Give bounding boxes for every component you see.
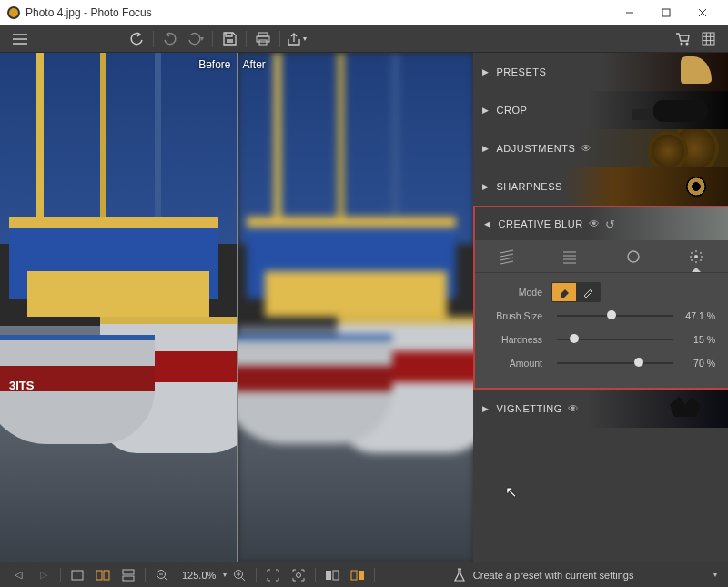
eye-icon[interactable]: 👁 [581, 142, 592, 155]
reset-icon[interactable]: ↺ [605, 218, 616, 231]
svg-line-17 [500, 250, 513, 253]
zoom-value[interactable]: 125.0% [175, 570, 223, 581]
mode-erase-button[interactable] [552, 283, 576, 301]
brush-size-slider[interactable] [557, 315, 673, 317]
svg-line-19 [500, 258, 513, 260]
blur-tab-radial[interactable] [602, 240, 665, 272]
view-split-h-button[interactable] [116, 564, 141, 586]
create-preset-button[interactable]: Create a preset with current settings [379, 568, 708, 582]
svg-rect-48 [326, 571, 331, 580]
compare-toggle-button[interactable] [319, 564, 345, 586]
create-preset-label: Create a preset with current settings [473, 570, 634, 581]
amount-value: 70 % [679, 358, 715, 369]
blur-tab-manual[interactable] [665, 240, 729, 272]
hardness-label: Hardness [488, 334, 542, 345]
next-image-button[interactable]: ▷ [31, 564, 56, 586]
svg-rect-8 [257, 36, 269, 42]
zoom-out-button[interactable] [149, 564, 175, 586]
maximize-button[interactable] [648, 0, 684, 25]
blur-tab-linear[interactable] [539, 240, 602, 272]
mode-label: Mode [488, 287, 542, 298]
svg-point-25 [628, 251, 639, 262]
prev-image-button[interactable]: ◁ [5, 564, 31, 586]
save-button[interactable] [217, 26, 242, 52]
svg-point-47 [297, 572, 301, 577]
svg-rect-36 [96, 571, 102, 580]
svg-point-27 [691, 252, 693, 254]
amount-label: Amount [488, 358, 542, 369]
zoom-fit-button[interactable] [260, 564, 286, 586]
panel-label: CREATIVE BLUR [499, 218, 583, 229]
after-label: After [243, 58, 266, 71]
zoom-actual-button[interactable] [286, 564, 311, 586]
svg-point-31 [695, 250, 697, 252]
svg-line-41 [165, 577, 168, 581]
hardness-value: 15 % [679, 334, 715, 345]
svg-line-20 [500, 261, 513, 264]
undo-button[interactable] [124, 26, 149, 52]
after-pane: After [237, 53, 474, 562]
view-split-v-button[interactable] [90, 564, 116, 586]
chevron-right-icon: ▶ [482, 67, 490, 76]
chevron-right-icon: ▶ [482, 144, 490, 153]
svg-point-33 [690, 256, 692, 258]
panel-vignetting[interactable]: ▶VIGNETTING👁 [473, 390, 728, 428]
svg-rect-38 [123, 570, 134, 574]
panel-adjustments[interactable]: ▶ADJUSTMENTS👁 [473, 129, 728, 167]
eye-icon[interactable]: 👁 [589, 218, 601, 230]
svg-rect-1 [662, 9, 670, 16]
zoom-in-button[interactable] [227, 564, 252, 586]
svg-point-34 [701, 256, 703, 258]
brush-size-value: 47.1 % [679, 310, 715, 321]
svg-rect-35 [72, 571, 83, 580]
before-pane: 3ITS Before [0, 53, 237, 562]
blur-tabs [475, 240, 728, 273]
before-label: Before [198, 58, 230, 71]
chevron-right-icon: ▶ [482, 404, 490, 413]
statusbar: ◁ ▷ 125.0%▾ Create a preset with current… [0, 562, 728, 587]
svg-point-26 [694, 255, 698, 258]
svg-rect-39 [123, 576, 134, 581]
eye-icon[interactable]: 👁 [568, 402, 580, 415]
hardness-slider[interactable] [557, 339, 673, 340]
compare-swap-button[interactable] [345, 564, 370, 586]
mode-brush-button[interactable] [576, 283, 600, 301]
blur-tab-tilt[interactable] [475, 240, 539, 272]
chevron-down-icon: ◀ [484, 219, 491, 228]
amount-slider[interactable] [557, 362, 673, 364]
menu-button[interactable] [7, 26, 33, 52]
top-toolbar: ▾ ▾ [0, 25, 728, 53]
panel-creative-blur: ◀CREATIVE BLUR👁↺ Mode Brush Size [473, 206, 728, 390]
view-single-button[interactable] [65, 564, 90, 586]
cart-button[interactable] [670, 26, 695, 52]
svg-line-18 [500, 254, 513, 257]
svg-rect-50 [351, 571, 357, 580]
svg-point-29 [691, 259, 693, 261]
panel-blur-header[interactable]: ◀CREATIVE BLUR👁↺ [475, 207, 728, 240]
close-button[interactable] [684, 0, 721, 25]
canvas[interactable]: 3ITS Before After [0, 53, 473, 562]
panel-label: VIGNETTING [497, 403, 562, 414]
svg-rect-37 [104, 571, 109, 580]
history-button[interactable]: ▾ [183, 26, 208, 52]
panel-label: CROP [497, 105, 528, 116]
svg-point-10 [681, 43, 683, 46]
svg-point-28 [700, 252, 702, 254]
svg-line-44 [242, 577, 246, 581]
grid-button[interactable] [695, 26, 721, 52]
svg-point-32 [695, 261, 697, 263]
minimize-button[interactable] [612, 0, 648, 25]
svg-rect-12 [703, 33, 714, 45]
panel-label: SHARPNESS [497, 181, 562, 192]
panel-sharpness[interactable]: ▶SHARPNESS [473, 167, 728, 206]
panel-presets[interactable]: ▶PRESETS [473, 53, 728, 91]
print-button[interactable] [250, 26, 276, 52]
panel-crop[interactable]: ▶CROP [473, 91, 728, 129]
panel-label: ADJUSTMENTS [497, 143, 576, 154]
chevron-right-icon: ▶ [482, 182, 490, 191]
brush-size-label: Brush Size [488, 310, 542, 321]
panel-label: PRESETS [497, 66, 547, 77]
svg-point-11 [686, 43, 689, 46]
redo-button[interactable] [157, 26, 183, 52]
share-button[interactable]: ▾ [284, 26, 309, 52]
